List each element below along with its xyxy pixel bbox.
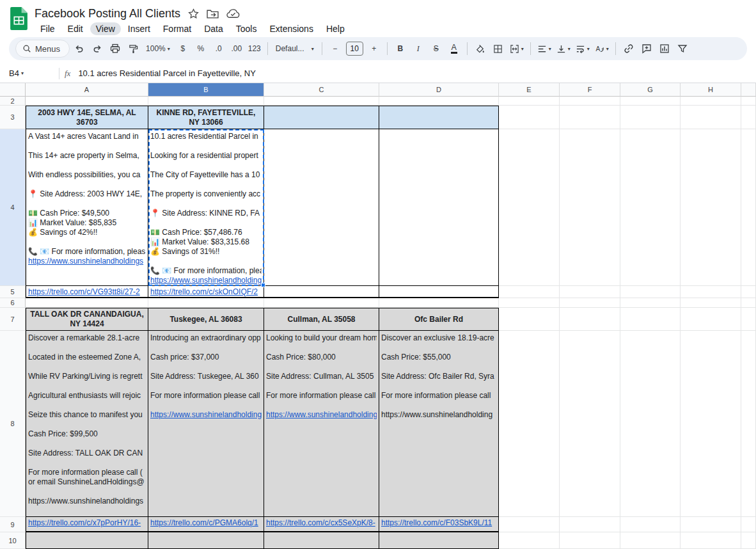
cell-F3[interactable] [560, 106, 620, 129]
cell-H6[interactable] [681, 298, 741, 308]
cell-G6[interactable] [620, 298, 681, 308]
cell-A6[interactable] [26, 298, 148, 308]
cell-H8[interactable] [681, 331, 741, 517]
fill-color-button[interactable] [472, 40, 489, 57]
formula-input[interactable]: 10.1 acres Residential Parcel in Fayette… [78, 68, 255, 78]
cell-E7[interactable] [499, 308, 560, 331]
cell-C7[interactable]: Cullman, AL 35058 [264, 308, 379, 331]
redo-button[interactable] [89, 40, 106, 57]
row-header-9[interactable]: 9 [0, 517, 26, 532]
cell-link[interactable]: https://www.sunshinelandholdings [28, 257, 143, 266]
insert-chart-button[interactable] [656, 40, 673, 57]
insert-comment-button[interactable] [638, 40, 655, 57]
cell-D9[interactable]: https://trello.com/c/F03SbK9L/11 [379, 517, 499, 532]
cell-H2[interactable] [681, 97, 741, 106]
cell-B8[interactable]: Introducing an extraordinary oppCash pri… [148, 331, 264, 517]
column-header-E[interactable]: E [499, 83, 560, 97]
cell-G7[interactable] [620, 308, 681, 331]
menu-file[interactable]: File [35, 22, 61, 35]
cell-H7[interactable] [681, 308, 741, 331]
cell-B5[interactable]: https://trello.com/c/skOnOIQF/2 [148, 286, 264, 298]
menu-format[interactable]: Format [157, 22, 197, 35]
column-header-A[interactable]: A [26, 83, 148, 97]
vertical-align-button[interactable]: ▾ [555, 40, 572, 57]
font-family-dropdown[interactable]: Defaul...▾ [272, 44, 317, 53]
cell-B6[interactable] [148, 298, 264, 308]
text-color-button[interactable]: A [446, 40, 462, 57]
format-currency-button[interactable]: $ [175, 40, 191, 57]
row-header-2[interactable]: 2 [0, 97, 26, 106]
undo-button[interactable] [71, 40, 88, 57]
cell-x10[interactable] [741, 532, 756, 549]
text-wrap-button[interactable]: ▾ [574, 40, 592, 57]
horizontal-align-button[interactable]: ▾ [535, 40, 553, 57]
borders-button[interactable] [490, 40, 507, 57]
cell-B2[interactable] [148, 97, 264, 106]
cell-G5[interactable] [620, 286, 681, 298]
cell-G2[interactable] [620, 97, 681, 106]
increase-font-size-button[interactable]: + [366, 40, 382, 57]
cell-H4[interactable] [681, 129, 741, 286]
cell-D6[interactable] [379, 298, 499, 308]
cell-H9[interactable] [681, 517, 741, 532]
cell-F6[interactable] [560, 298, 620, 308]
cell-F2[interactable] [560, 97, 620, 106]
cell-F8[interactable] [560, 331, 620, 517]
document-title[interactable]: Facebook Posting All Clients [35, 7, 180, 20]
column-header-partial[interactable] [741, 83, 756, 97]
cell-x9[interactable] [741, 517, 756, 532]
column-header-H[interactable]: H [681, 83, 741, 97]
cell-C10[interactable] [264, 532, 379, 549]
cell-F4[interactable] [560, 129, 620, 286]
cell-link[interactable]: https://trello.com/c/cx5SeXpK/8- [266, 518, 375, 527]
cell-C4[interactable] [264, 129, 379, 286]
cell-B7[interactable]: Tuskegee, AL 36083 [148, 308, 264, 331]
cell-D5[interactable] [379, 286, 499, 298]
row-header-7[interactable]: 7 [0, 308, 26, 331]
row-header-10[interactable]: 10 [0, 532, 26, 549]
column-header-G[interactable]: G [620, 83, 681, 97]
cell-D2[interactable] [379, 97, 499, 106]
cell-x8[interactable] [741, 331, 756, 517]
zoom-dropdown[interactable]: 100%▾ [143, 44, 173, 53]
cell-x3[interactable] [741, 106, 756, 129]
create-filter-button[interactable] [674, 40, 691, 57]
cell-x5[interactable] [741, 286, 756, 298]
cell-reference-box[interactable]: B4 ▾ [0, 68, 56, 78]
cell-C6[interactable] [264, 298, 379, 308]
cell-B9[interactable]: https://trello.com/c/PGMA6olq/1 [148, 517, 264, 532]
cell-x4[interactable] [741, 129, 756, 286]
cell-E10[interactable] [499, 532, 560, 549]
cell-H10[interactable] [681, 532, 741, 549]
cell-G4[interactable] [620, 129, 681, 286]
cell-link[interactable]: https://www.sunshinelandholding [150, 276, 262, 285]
cell-C9[interactable]: https://trello.com/c/cx5SeXpK/8- [264, 517, 379, 532]
cell-G10[interactable] [620, 532, 681, 549]
cell-C2[interactable] [264, 97, 379, 106]
bold-button[interactable]: B [392, 40, 409, 57]
cell-E9[interactable] [499, 517, 560, 532]
cell-F9[interactable] [560, 517, 620, 532]
cell-link[interactable]: https://trello.com/c/VG93tt8i/27-2 [28, 287, 140, 296]
cell-A2[interactable] [26, 97, 148, 106]
row-header-6[interactable]: 6 [0, 298, 26, 308]
row-header-3[interactable]: 3 [0, 106, 26, 129]
cell-A8[interactable]: Discover a remarkable 28.1-acreLocated i… [26, 331, 148, 517]
cell-x6[interactable] [741, 298, 756, 308]
menu-extensions[interactable]: Extensions [264, 22, 319, 35]
cell-E4[interactable] [499, 129, 560, 286]
cell-A4[interactable]: A Vast 14+ acres Vacant Land inThis 14+ … [26, 129, 148, 286]
paint-format-button[interactable] [125, 40, 141, 57]
cell-link[interactable]: https://www.sunshinelandholding [150, 410, 262, 419]
cell-A7[interactable]: TALL OAK DR CANANDAIGUA, NY 14424 [26, 308, 148, 331]
cell-E5[interactable] [499, 286, 560, 298]
increase-decimal-button[interactable]: .00 [228, 40, 245, 57]
cell-E3[interactable] [499, 106, 560, 129]
cell-link[interactable]: https://trello.com/c/skOnOIQF/2 [150, 287, 258, 296]
cell-G8[interactable] [620, 331, 681, 517]
cell-B10[interactable] [148, 532, 264, 549]
cell-G3[interactable] [620, 106, 681, 129]
column-header-F[interactable]: F [560, 83, 620, 97]
strikethrough-button[interactable]: S [428, 40, 445, 57]
cell-D7[interactable]: Ofc Bailer Rd [379, 308, 499, 331]
